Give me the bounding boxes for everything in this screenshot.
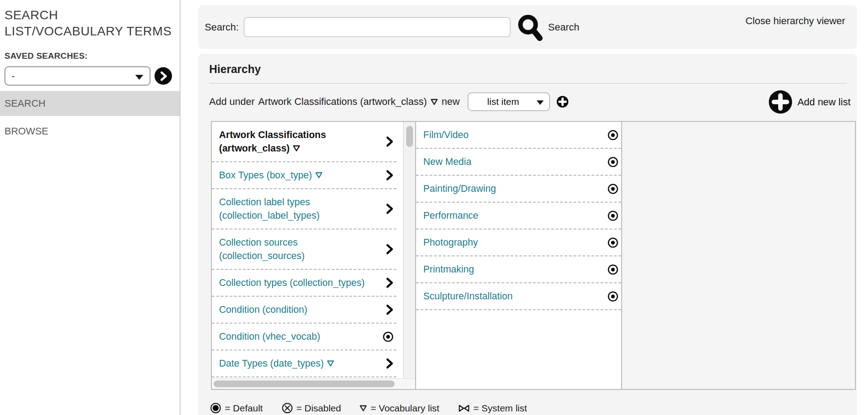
list-item-label[interactable]: Photography <box>423 236 606 249</box>
expand-item-button[interactable] <box>381 169 394 181</box>
list-item-label[interactable]: Collection sources (collection_sources) <box>219 236 381 263</box>
list-item: Collection types (collection_types) <box>212 270 396 297</box>
select-item-button[interactable] <box>606 156 619 168</box>
list-item-label[interactable]: Box Types (box_type) <box>219 169 381 182</box>
search-label: Search: <box>205 22 239 33</box>
list-item-label[interactable]: Printmaking <box>423 263 606 276</box>
legend-item: = System list <box>458 403 527 414</box>
list-item-label[interactable]: Condition (vhec_vocab) <box>219 330 381 343</box>
horizontal-scrollbar-thumb[interactable] <box>214 380 395 387</box>
expand-item-button[interactable] <box>381 136 394 147</box>
default-icon <box>210 402 221 414</box>
saved-searches-select[interactable]: - <box>4 66 150 86</box>
list-item-label[interactable]: Film/Video <box>423 128 606 142</box>
legend-item-label: = Vocabulary list <box>370 403 439 414</box>
hierarchy-list: Film/VideoNew MediaPainting/DrawingPerfo… <box>416 122 621 380</box>
chevron-right-icon <box>386 203 394 215</box>
legend-item-label: = System list <box>473 403 527 414</box>
target-icon <box>607 156 619 168</box>
new-item-type-select[interactable]: list item <box>468 92 550 111</box>
close-hierarchy-viewer-link[interactable]: Close hierarchy viewer <box>745 15 845 27</box>
vocabulary-icon <box>293 145 300 151</box>
chevron-right-icon <box>386 169 394 181</box>
search-button-label[interactable]: Search <box>548 22 580 33</box>
list-item-label[interactable]: Date Types (date_types) <box>219 357 381 370</box>
select-item-button[interactable] <box>606 210 619 221</box>
chevron-down-icon <box>135 75 143 80</box>
list-item: Collection label types (collection_label… <box>212 189 396 229</box>
page-title: SEARCH LIST/VOCABULARY TERMS <box>0 0 180 39</box>
saved-searches-label: SAVED SEARCHES: <box>0 39 180 61</box>
chevron-right-icon <box>159 71 168 81</box>
add-item-button[interactable] <box>556 95 569 108</box>
list-item: Condition (vhec_vocab) <box>212 324 396 350</box>
saved-searches-selected-value: - <box>12 71 15 82</box>
search-input[interactable] <box>244 17 511 37</box>
hierarchy-panel: Hierarchy Add under Artwork Classificati… <box>198 54 857 415</box>
expand-item-button[interactable] <box>381 277 394 289</box>
list-item-label[interactable]: Painting/Drawing <box>423 182 606 195</box>
list-item-label[interactable]: Collection label types (collection_label… <box>219 195 381 222</box>
plus-circle-icon <box>768 90 793 114</box>
list-item: Collection sources (collection_sources) <box>212 229 396 270</box>
vocabulary-icon <box>327 360 334 367</box>
list-item-label[interactable]: Collection types (collection_types) <box>219 276 381 290</box>
sidebar-item-browse[interactable]: BROWSE <box>0 119 180 144</box>
select-item-button[interactable] <box>381 331 394 342</box>
chevron-right-icon <box>386 358 394 369</box>
sidebar-nav: SEARCHBROWSE <box>0 91 180 144</box>
target-icon <box>607 210 619 221</box>
legend-item: = Default <box>210 402 263 414</box>
vertical-scrollbar[interactable] <box>403 122 415 378</box>
horizontal-scrollbar[interactable] <box>212 378 415 389</box>
list-item: Box Types (box_type) <box>212 162 396 189</box>
select-item-button[interactable] <box>606 264 619 275</box>
list-item-label[interactable]: Condition (condition) <box>219 303 381 316</box>
plus-circle-icon <box>556 95 569 108</box>
list-item: Performance <box>416 203 621 229</box>
select-item-button[interactable] <box>606 130 619 141</box>
hierarchy-column-3-empty <box>622 122 855 389</box>
sidebar: SEARCH LIST/VOCABULARY TERMS SAVED SEARC… <box>0 0 180 415</box>
saved-searches-row: - <box>0 61 180 86</box>
search-panel: Search: Search Close hierarchy viewer <box>198 5 857 49</box>
disabled-icon <box>282 402 293 414</box>
legend-item-label: = Disabled <box>296 403 341 414</box>
expand-item-button[interactable] <box>381 304 394 316</box>
list-item: Printmaking <box>416 256 621 283</box>
chevron-right-icon <box>386 243 394 255</box>
add-new-list-button[interactable]: Add new list <box>768 90 851 114</box>
select-item-button[interactable] <box>606 183 619 195</box>
list-item: New Media <box>416 149 621 176</box>
target-icon <box>607 183 619 195</box>
load-saved-search-button[interactable] <box>155 67 172 85</box>
list-item: Painting/Drawing <box>416 176 621 203</box>
chevron-right-icon <box>386 304 394 316</box>
select-item-button[interactable] <box>606 291 619 302</box>
expand-item-button[interactable] <box>381 243 394 255</box>
legend-item-label: = Default <box>225 403 263 414</box>
list-item-label[interactable]: Artwork Classifications (artwork_class) <box>219 128 381 155</box>
legend-item: = Vocabulary list <box>360 403 439 414</box>
legend-item: = Disabled <box>282 402 341 414</box>
list-item-label[interactable]: Sculpture/Installation <box>423 290 606 303</box>
add-new-list-label: Add new list <box>797 96 851 108</box>
select-item-button[interactable] <box>606 237 619 248</box>
list-item: Artwork Classifications (artwork_class) <box>212 122 396 162</box>
vertical-scrollbar-thumb[interactable] <box>406 126 413 147</box>
vocabulary-icon <box>360 405 367 411</box>
list-item-label[interactable]: Performance <box>423 209 606 222</box>
sidebar-item-search[interactable]: SEARCH <box>0 91 180 116</box>
chevron-down-icon <box>537 100 544 105</box>
target-icon <box>607 264 619 275</box>
list-item: Film/Video <box>416 122 621 149</box>
chevron-right-icon <box>386 277 394 289</box>
list-item: Sculpture/Installation <box>416 283 621 310</box>
expand-item-button[interactable] <box>381 203 394 215</box>
vocabulary-icon <box>430 99 438 105</box>
search-icon <box>516 13 544 42</box>
expand-item-button[interactable] <box>381 358 394 369</box>
add-under-suffix: new <box>442 96 460 108</box>
search-button[interactable] <box>516 13 544 42</box>
list-item-label[interactable]: New Media <box>423 155 606 169</box>
